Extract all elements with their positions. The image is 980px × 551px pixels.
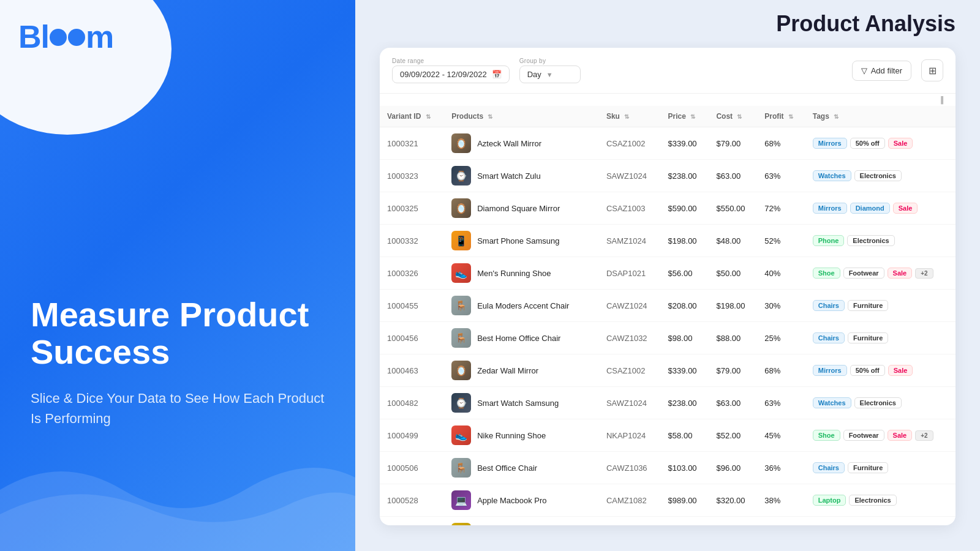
- product-thumbnail: 📞: [451, 523, 471, 525]
- tag-badge[interactable]: Furniture: [848, 462, 888, 473]
- cell-tags: PhoneElectronics: [805, 225, 956, 257]
- group-by-label: Group by: [519, 58, 581, 64]
- cell-price: $590.00: [661, 192, 709, 225]
- sort-icon[interactable]: ⇅: [426, 113, 431, 120]
- cell-profit: 38%: [757, 484, 805, 517]
- table-row[interactable]: 1000499👟Nike Running ShoeNKAP1024$58.00$…: [380, 419, 956, 452]
- tag-badge[interactable]: Phone: [813, 235, 845, 246]
- cell-variant-id: 1000482: [380, 387, 444, 419]
- logo: Blm: [18, 18, 113, 55]
- cell-variant-id: 1000332: [380, 225, 444, 257]
- cell-product: 🪞Zedar Wall Mirror: [444, 354, 599, 387]
- sort-icon[interactable]: ⇅: [737, 113, 742, 120]
- tag-badge[interactable]: Chairs: [813, 332, 845, 343]
- product-name: Smart Phone Samsung: [477, 236, 559, 246]
- table-row[interactable]: 1000463🪞Zedar Wall MirrorCSAZ1002$339.00…: [380, 354, 956, 387]
- tag-badge[interactable]: Watches: [813, 170, 851, 181]
- tag-badge[interactable]: +2: [915, 268, 933, 279]
- cell-sku: NKAP1024: [599, 419, 661, 452]
- date-range-value: 09/09/2022 - 12/09/2022: [400, 70, 487, 79]
- col-price: Price ⇅: [661, 106, 709, 127]
- cell-sku: CAWZ1032: [599, 322, 661, 354]
- product-thumbnail: 🪑: [451, 296, 471, 315]
- tag-badge[interactable]: +2: [915, 430, 933, 441]
- tag-badge[interactable]: Electronics: [847, 235, 894, 246]
- cell-sku: SAWZ1024: [599, 387, 661, 419]
- logo-area: Blm: [18, 18, 113, 55]
- cell-cost: $79.00: [709, 354, 757, 387]
- table-row[interactable]: 1000326👟Men's Running ShoeDSAP1021$56.00…: [380, 257, 956, 290]
- cell-price: $339.00: [661, 127, 709, 160]
- tag-badge[interactable]: Sale: [888, 365, 913, 376]
- cell-tags: ChairsFurniture: [805, 452, 956, 484]
- tag-badge[interactable]: Mirrors: [813, 365, 847, 376]
- cell-product: 💻Apple Macbook Pro: [444, 484, 599, 517]
- cell-price: $989.00: [661, 484, 709, 517]
- tag-badge[interactable]: Laptop: [813, 495, 846, 506]
- tag-badge[interactable]: Shoe: [813, 268, 840, 279]
- tag-badge[interactable]: Sale: [888, 268, 913, 279]
- table-row[interactable]: 1000536📞Antique Telephone NestaciaSAMZ10…: [380, 517, 956, 526]
- cell-price: $238.00: [661, 160, 709, 192]
- table-row[interactable]: 1000323⌚Smart Watch ZuluSAWZ1024$238.00$…: [380, 160, 956, 192]
- cell-price: $98.00: [661, 322, 709, 354]
- table-row[interactable]: 1000455🪑Eula Moders Accent ChairCAWZ1024…: [380, 290, 956, 322]
- table-row[interactable]: 1000456🪑Best Home Office ChairCAWZ1032$9…: [380, 322, 956, 354]
- tag-badge[interactable]: Furniture: [848, 300, 888, 311]
- columns-toggle-button[interactable]: ⊞: [921, 59, 943, 81]
- cell-price: $208.00: [661, 290, 709, 322]
- tag-badge[interactable]: Footwear: [843, 268, 884, 279]
- tag-badge[interactable]: Sale: [888, 138, 913, 149]
- tag-badge[interactable]: 50% off: [850, 365, 885, 376]
- tag-badge[interactable]: Footwear: [843, 430, 884, 441]
- sort-icon[interactable]: ⇅: [788, 113, 793, 120]
- group-by-control[interactable]: Day ▼: [519, 66, 581, 83]
- cell-tags: WatchesElectronics: [805, 387, 956, 419]
- cell-cost: $550.00: [709, 192, 757, 225]
- group-by-group: Group by Day ▼: [519, 58, 581, 83]
- cell-price: $56.00: [661, 257, 709, 290]
- cell-price: $339.00: [661, 354, 709, 387]
- table-row[interactable]: 1000482⌚Smart Watch SamsungSAWZ1024$238.…: [380, 387, 956, 419]
- tag-badge[interactable]: Electronics: [849, 495, 896, 506]
- tag-badge[interactable]: Furniture: [848, 332, 888, 343]
- cell-cost: $52.00: [709, 419, 757, 452]
- tag-badge[interactable]: Electronics: [854, 397, 902, 408]
- tag-badge[interactable]: Sale: [888, 430, 913, 441]
- product-thumbnail: 📱: [451, 231, 471, 250]
- product-thumbnail: 💻: [451, 490, 471, 510]
- cell-product: 📱Smart Phone Samsung: [444, 225, 599, 257]
- tag-badge[interactable]: Diamond: [850, 203, 890, 214]
- cell-cost: $63.00: [709, 160, 757, 192]
- cell-variant-id: 1000463: [380, 354, 444, 387]
- tag-badge[interactable]: Watches: [813, 397, 851, 408]
- tag-badge[interactable]: Chairs: [813, 462, 845, 473]
- sort-icon[interactable]: ⇅: [834, 113, 839, 120]
- tag-badge[interactable]: Shoe: [813, 430, 840, 441]
- add-filter-button[interactable]: ▽ Add filter: [852, 61, 911, 81]
- page-title: Product Analysis: [380, 11, 956, 37]
- tag-badge[interactable]: 50% off: [850, 138, 885, 149]
- tag-badge[interactable]: Electronics: [854, 170, 902, 181]
- data-table[interactable]: Variant ID ⇅ Products ⇅ Sku ⇅ Price ⇅ Co…: [380, 106, 956, 525]
- sort-icon[interactable]: ⇅: [690, 113, 695, 120]
- wave-decoration: [0, 429, 355, 551]
- group-by-value: Day: [527, 70, 541, 79]
- table-row[interactable]: 1000332📱Smart Phone SamsungSAMZ1024$198.…: [380, 225, 956, 257]
- tag-badge[interactable]: Mirrors: [813, 138, 847, 149]
- table-row[interactable]: 1000325🪞Diamond Square MirrorCSAZ1003$59…: [380, 192, 956, 225]
- sort-icon[interactable]: ⇅: [488, 113, 492, 120]
- table-row[interactable]: 1000506🪑Best Office ChairCAWZ1036$103.00…: [380, 452, 956, 484]
- tag-badge[interactable]: Mirrors: [813, 203, 847, 214]
- sort-icon[interactable]: ⇅: [624, 113, 629, 120]
- cell-profit: 63%: [757, 160, 805, 192]
- tag-badge[interactable]: Sale: [893, 203, 918, 214]
- cell-tags: LaptopElectronics: [805, 484, 956, 517]
- date-range-control[interactable]: 09/09/2022 - 12/09/2022 📅: [392, 66, 510, 83]
- col-products: Products ⇅: [444, 106, 599, 127]
- product-name: Best Office Chair: [477, 463, 537, 473]
- table-row[interactable]: 1000528💻Apple Macbook ProCAMZ1082$989.00…: [380, 484, 956, 517]
- tag-badge[interactable]: Chairs: [813, 300, 845, 311]
- table-row[interactable]: 1000321🪞Azteck Wall MirrorCSAZ1002$339.0…: [380, 127, 956, 160]
- products-table: Variant ID ⇅ Products ⇅ Sku ⇅ Price ⇅ Co…: [380, 106, 956, 525]
